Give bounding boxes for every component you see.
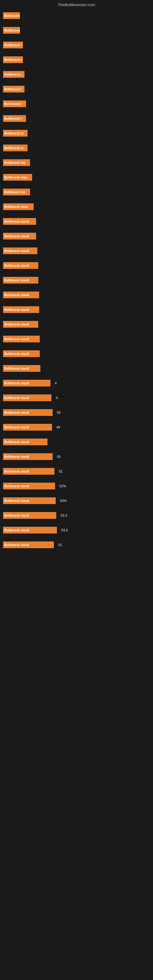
bar-row: Bottleneck resu [3, 173, 147, 181]
bar-label: Bottleneck result [4, 528, 29, 532]
bar-row: Bottleneck result [3, 350, 147, 358]
bar-row: Bottleneck result53.9 [3, 526, 147, 535]
bar-row: Bottleneck result50 [3, 452, 147, 461]
bar-label: Bottleneck r [4, 43, 22, 47]
bar-label: Bottleneck result [4, 220, 29, 223]
bar-label: Bottleneck result [4, 396, 29, 400]
bar-row: Bottleneck res [3, 188, 147, 196]
bar-row: Bottleneck [3, 26, 147, 35]
bar-row: Bottleneck result53% [3, 496, 147, 505]
bar-label: Bottleneck result [4, 279, 29, 282]
bar-row: Bottleneck result [3, 276, 147, 285]
header: TheBottlenecker.com [0, 0, 153, 8]
bar-row: Bottleneck result [3, 320, 147, 329]
bar-row: Bottleneck result52% [3, 482, 147, 490]
bar-label: Bottleneck re [4, 132, 24, 135]
bar-label: Bottleneck r [4, 117, 22, 120]
bar-value: 51. [58, 543, 63, 547]
bar-value: 53.3 [61, 514, 67, 517]
bar-label: Bottleneck result [4, 367, 29, 370]
bar-row: Bottleneck result [3, 217, 147, 226]
bar-row: Bottleneck r [3, 56, 147, 64]
bar-label: Bottleneck result [4, 411, 29, 414]
bar-row: Bottleneck r [3, 100, 147, 108]
bar-label: Bottleneck r [4, 102, 22, 106]
bar-row: Bottleneck r [3, 85, 147, 94]
chart-area: BottleneckBottleneckBottleneck rBottlene… [0, 8, 153, 558]
bar-row: Bottleneck result53.3 [3, 511, 147, 520]
bar-row: Bottleneck result [3, 232, 147, 240]
bar-row: Bottleneck result [3, 335, 147, 343]
bar-label: Bottleneck result [4, 337, 29, 341]
bar-row: Bottleneck result50 [3, 408, 147, 417]
bar-label: Bottleneck r [4, 58, 22, 62]
bar-label: Bottleneck [4, 29, 20, 32]
bar-row: Bottleneck result4. [3, 393, 147, 402]
bar-label: Bottleneck result [4, 308, 29, 312]
bar-label: Bottleneck resul [4, 205, 28, 208]
bar-label: Bottleneck result [4, 485, 29, 488]
bar-label: Bottleneck result [4, 264, 29, 267]
bar-label: Bottleneck result [4, 499, 29, 503]
bar-label: Bottleneck result [4, 293, 29, 297]
bar-label: Bottleneck r [4, 73, 22, 76]
bar-row: Bottleneck re [3, 129, 147, 137]
bar-label: Bottleneck result [4, 470, 29, 473]
bar-row: Bottleneck result52. [3, 467, 147, 476]
bar-value: 53.9 [61, 528, 68, 532]
bar-label: Bottleneck result [4, 514, 29, 517]
bar-label: Bottleneck [4, 14, 20, 18]
bar-label: Bottleneck result [4, 235, 29, 238]
bar-value: 52. [59, 469, 63, 473]
bar-label: Bottleneck r [4, 88, 22, 91]
bar-row: Bottleneck result [3, 291, 147, 299]
bar-row: Bottleneck result [3, 438, 147, 446]
bar-row: Bottleneck result51. [3, 541, 147, 549]
bar-row: Bottleneck res [3, 158, 147, 167]
bar-label: Bottleneck result [4, 455, 29, 458]
bar-row: Bottleneck result49 [3, 423, 147, 431]
bar-label: Bottleneck res [4, 161, 26, 164]
bar-label: Bottleneck result [4, 543, 29, 547]
bar-label: Bottleneck resu [4, 176, 27, 179]
bar-row: Bottleneck r [3, 41, 147, 49]
bar-row: Bottleneck [3, 11, 147, 20]
bar-value: 52% [59, 484, 66, 488]
bar-row: Bottleneck resul [3, 202, 147, 211]
bar-label: Bottleneck res [4, 191, 26, 194]
bar-row: Bottleneck result4 [3, 379, 147, 387]
bar-label: Bottleneck result [4, 249, 29, 253]
bar-label: Bottleneck re [4, 146, 24, 150]
bar-row: Bottleneck result [3, 305, 147, 314]
bar-row: Bottleneck r [3, 70, 147, 79]
bar-row: Bottleneck result [3, 261, 147, 270]
bar-value: 49 [56, 425, 60, 429]
bar-value: 50 [57, 411, 61, 414]
bar-value: 4. [56, 396, 59, 400]
bar-row: Bottleneck re [3, 144, 147, 152]
bar-label: Bottleneck result [4, 323, 29, 326]
bar-row: Bottleneck result [3, 247, 147, 255]
bar-label: Bottleneck result [4, 352, 29, 356]
bar-value: 50 [57, 455, 61, 458]
bar-row: Bottleneck r [3, 114, 147, 123]
site-title: TheBottlenecker.com [0, 0, 153, 8]
bar-row: Bottleneck result [3, 364, 147, 373]
bar-value: 53% [60, 499, 67, 503]
bar-label: Bottleneck result [4, 382, 29, 385]
bar-label: Bottleneck result [4, 441, 29, 444]
bar-value: 4 [55, 381, 57, 385]
bar-label: Bottleneck result [4, 426, 29, 429]
